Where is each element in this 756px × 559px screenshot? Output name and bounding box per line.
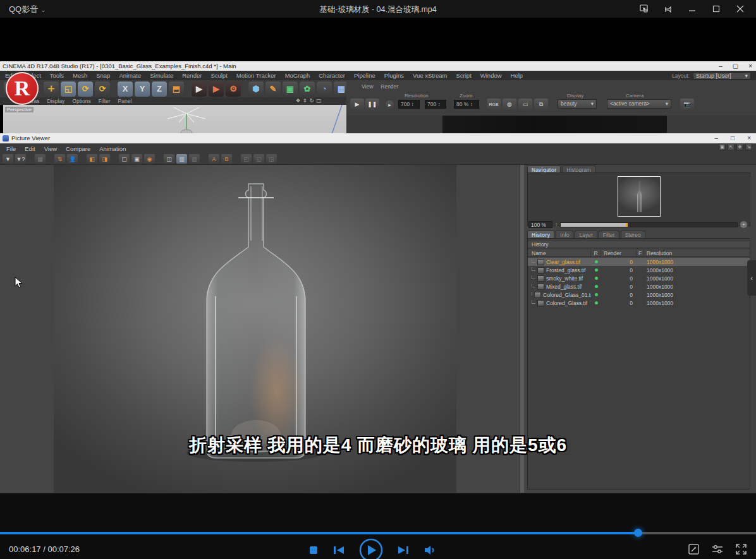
qq-app-menu[interactable]: QQ影音 ⌄ <box>9 4 46 15</box>
coord-system-icon[interactable]: ⬒ <box>169 81 184 97</box>
subdivision-surface-icon[interactable]: ▣ <box>283 81 298 97</box>
vp-menu-options[interactable]: Options <box>72 97 90 105</box>
x-axis-button[interactable]: X <box>118 81 133 97</box>
orbit-icon[interactable]: ↻ <box>310 97 314 105</box>
table-row[interactable]: Frosted_glass.tif 0 1000x1000 <box>528 266 750 274</box>
volume-icon[interactable] <box>424 545 436 555</box>
c4d-menu-plugins[interactable]: Plugins <box>384 72 404 79</box>
generators-icon[interactable]: ✿ <box>300 81 315 97</box>
rv-play-button[interactable]: ▶ <box>350 99 364 110</box>
layout-dropdown[interactable]: Startup [User]▾ <box>693 72 751 80</box>
next-image-icon[interactable]: ◨ <box>99 154 110 164</box>
save-as-icon[interactable]: ▼? <box>15 154 26 164</box>
snapshot-camera-icon[interactable]: 📷 <box>680 99 694 110</box>
table-row[interactable]: smoky_white.tif 0 1000x1000 <box>528 274 750 282</box>
c4d-menu-mesh[interactable]: Mesh <box>73 72 87 79</box>
previous-icon[interactable] <box>332 545 345 555</box>
frame-icon[interactable]: ▭ <box>518 99 532 110</box>
dock-move-icon[interactable]: ✥ <box>736 143 743 150</box>
col-name[interactable]: Name <box>528 249 591 256</box>
zoom-value-field[interactable]: 100 % <box>528 221 552 228</box>
rotate-tool-icon[interactable]: ⟳ <box>78 81 93 97</box>
c4d-menu-sculpt[interactable]: Sculpt <box>210 72 227 79</box>
c4d-close-icon[interactable]: × <box>748 61 752 71</box>
c4d-menu-motion-tracker[interactable]: Motion Tracker <box>236 72 276 79</box>
layout-ab-icon[interactable]: ▥ <box>176 154 187 164</box>
minimize-icon[interactable] <box>683 1 702 16</box>
compare-mode-2-icon[interactable]: ◱ <box>253 154 264 164</box>
c4d-menu-character[interactable]: Character <box>319 72 345 79</box>
vp-menu-panel[interactable]: Panel <box>118 97 132 105</box>
c4d-menu-script[interactable]: Script <box>456 72 472 79</box>
zoom-slider-handle[interactable] <box>626 223 628 227</box>
c4d-restore-icon[interactable]: ▢ <box>733 61 738 71</box>
zoom-plus-button[interactable]: + <box>740 221 747 228</box>
c4d-menu-vuexstream[interactable]: Vue xStream <box>413 72 448 79</box>
c4d-menu-tools[interactable]: Tools <box>50 72 64 79</box>
rv-menu-view[interactable]: View <box>362 83 373 90</box>
zoom-icon[interactable]: ⇕ <box>303 97 307 105</box>
col-render-time[interactable]: Render Time <box>601 249 637 256</box>
pv-minimize-icon[interactable]: – <box>715 133 719 143</box>
set-b-icon[interactable]: B <box>221 154 232 164</box>
panel-collapse-chevron[interactable]: ‹ <box>747 260 756 296</box>
swap-view-icon[interactable]: ◉ <box>144 154 155 164</box>
pv-maximize-icon[interactable]: □ <box>731 133 735 143</box>
mini-mode-icon[interactable] <box>635 1 654 16</box>
dock-up-icon[interactable]: ⇱ <box>728 143 735 150</box>
render-picture-viewer-icon[interactable]: ▶ <box>209 81 224 97</box>
compare-mode-1-icon[interactable]: ◰ <box>241 154 252 164</box>
vp-menu-display[interactable]: Display <box>47 97 64 105</box>
pin-icon[interactable] <box>659 1 678 16</box>
grid-view-icon[interactable]: ▦ <box>35 154 46 164</box>
pv-menu-edit[interactable]: Edit <box>25 145 35 152</box>
toolbox-icon[interactable] <box>688 543 700 555</box>
render-settings-icon[interactable]: ⚙ <box>226 81 241 97</box>
popout-icon[interactable]: ⧉ <box>534 99 548 110</box>
next-icon[interactable] <box>397 545 410 555</box>
close-icon[interactable] <box>731 1 750 16</box>
pv-menu-compare[interactable]: Compare <box>66 145 90 152</box>
z-axis-button[interactable]: Z <box>152 81 167 97</box>
alpha-channel-icon[interactable]: ◍ <box>503 99 516 110</box>
dock-down-icon[interactable]: ⇲ <box>745 143 752 150</box>
seek-knob[interactable] <box>634 529 642 537</box>
vp-menu-filter[interactable]: Filter <box>99 97 111 105</box>
y-axis-button[interactable]: Y <box>135 81 150 97</box>
c4d-menu-animate[interactable]: Animate <box>119 72 141 79</box>
pv-menu-view[interactable]: View <box>44 145 57 152</box>
rv-pause-button[interactable]: ❚❚ <box>365 99 379 110</box>
single-view-icon[interactable]: ▢ <box>119 154 130 164</box>
col-r[interactable]: R <box>591 249 601 256</box>
rv-menu-render[interactable]: Render <box>381 83 398 90</box>
maximize-view-icon[interactable]: ▢ <box>316 97 321 105</box>
compare-mode-3-icon[interactable]: ◲ <box>266 154 277 164</box>
display-dropdown[interactable]: beauty▾ <box>558 99 597 109</box>
col-f[interactable]: F <box>637 249 644 256</box>
perspective-viewport[interactable]: Perspective <box>3 105 346 134</box>
rv-sync-button[interactable]: ▸ <box>386 100 394 109</box>
render-view-icon[interactable]: ▶ <box>192 81 207 97</box>
rgb-button[interactable]: RGB <box>487 99 501 110</box>
pv-menu-file[interactable]: File <box>6 145 16 152</box>
fit-vertical-icon[interactable]: ⇅ <box>54 154 65 164</box>
viewport-label[interactable]: Perspective <box>5 107 34 112</box>
camera-dropdown[interactable]: <active camera>▾ <box>607 99 671 109</box>
navigator-thumbnail[interactable] <box>618 176 661 217</box>
resolution-height-field[interactable]: 700 ↕ <box>425 100 446 109</box>
pan-icon[interactable]: ✥ <box>296 97 300 105</box>
c4d-menu-simulate[interactable]: Simulate <box>150 72 173 79</box>
set-a-icon[interactable]: A <box>209 154 219 164</box>
deformer-icon[interactable]: ◔ <box>317 81 332 97</box>
table-row[interactable]: Mixed_glass.tif 0 1000x1000 <box>528 282 750 291</box>
pages-icon[interactable]: ◫ <box>164 154 174 164</box>
table-row[interactable]: Colored_Glass.tif 0 1000x1000 <box>528 299 750 307</box>
pv-close-icon[interactable]: × <box>747 133 751 143</box>
pv-menu-animation[interactable]: Animation <box>99 145 126 152</box>
play-button[interactable] <box>359 538 383 559</box>
prev-image-icon[interactable]: ◧ <box>87 154 97 164</box>
c4d-menu-mograph[interactable]: MoGraph <box>285 72 310 79</box>
zoom-slider[interactable] <box>560 222 738 227</box>
dock-panel-icon[interactable]: ▣ <box>719 143 726 150</box>
scale-tool-icon[interactable]: ◱ <box>61 81 76 97</box>
